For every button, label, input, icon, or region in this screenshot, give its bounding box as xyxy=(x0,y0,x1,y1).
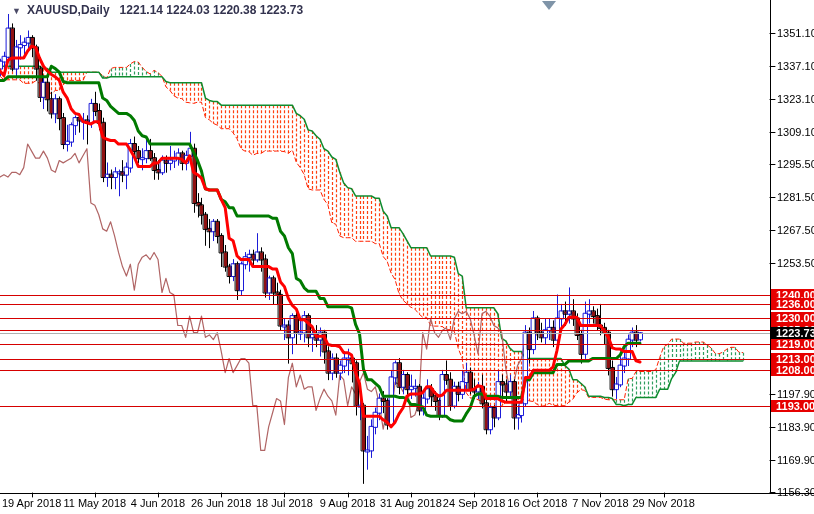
date-tick-label: 31 Aug 2018 xyxy=(380,497,442,509)
date-tick-label: 11 May 2018 xyxy=(63,497,126,509)
price-tick-label: 1156.30 xyxy=(777,486,814,498)
price-tick-label: 1295.50 xyxy=(777,158,814,170)
price-tick-label: 1309.10 xyxy=(777,126,814,138)
price-tick-label: 1281.50 xyxy=(777,191,814,203)
date-tick-label: 29 Nov 2018 xyxy=(632,497,694,509)
price-tick-label: 1169.90 xyxy=(777,454,814,466)
date-tick-label: 9 Aug 2018 xyxy=(320,497,376,509)
date-tick-label: 18 Jul 2018 xyxy=(256,497,313,509)
ohlc-quote-label: 1221.14 1224.03 1220.38 1223.73 xyxy=(120,3,304,17)
sr-price-label: 1236.00 xyxy=(771,298,814,310)
date-tick-label: 7 Nov 2018 xyxy=(572,497,628,509)
date-tick-label: 16 Oct 2018 xyxy=(507,497,567,509)
date-tick-label: 4 Jun 2018 xyxy=(131,497,185,509)
sr-price-label: 1208.00 xyxy=(771,364,814,376)
price-tick-label: 1183.90 xyxy=(777,421,814,433)
chart-title-bar: ▼XAUUSD,Daily1221.14 1224.03 1220.38 122… xyxy=(12,3,303,17)
chart-canvas[interactable] xyxy=(0,0,814,514)
date-tick-label: 24 Sep 2018 xyxy=(443,497,505,509)
chart-window: ▼XAUUSD,Daily1221.14 1224.03 1220.38 122… xyxy=(0,0,814,514)
symbol-timeframe-label: XAUUSD,Daily xyxy=(27,3,110,17)
chart-shift-marker-icon[interactable] xyxy=(542,1,556,10)
symbol-dropdown-arrow-icon[interactable]: ▼ xyxy=(12,6,21,16)
price-tick-label: 1351.10 xyxy=(777,27,814,39)
date-tick-label: 26 Jun 2018 xyxy=(191,497,252,509)
price-tick-label: 1323.10 xyxy=(777,93,814,105)
sr-price-label: 1213.00 xyxy=(771,353,814,365)
sr-price-label: 1230.00 xyxy=(771,312,814,324)
price-tick-label: 1267.50 xyxy=(777,224,814,236)
sr-price-label: 1193.00 xyxy=(771,400,814,412)
date-tick-label: 19 Apr 2018 xyxy=(2,497,61,509)
sr-price-label: 1219.00 xyxy=(771,338,814,350)
price-tick-label: 1197.90 xyxy=(777,388,814,400)
price-tick-label: 1337.10 xyxy=(777,60,814,72)
current-price-label: 1223.73 xyxy=(771,327,814,339)
price-tick-label: 1253.50 xyxy=(777,257,814,269)
